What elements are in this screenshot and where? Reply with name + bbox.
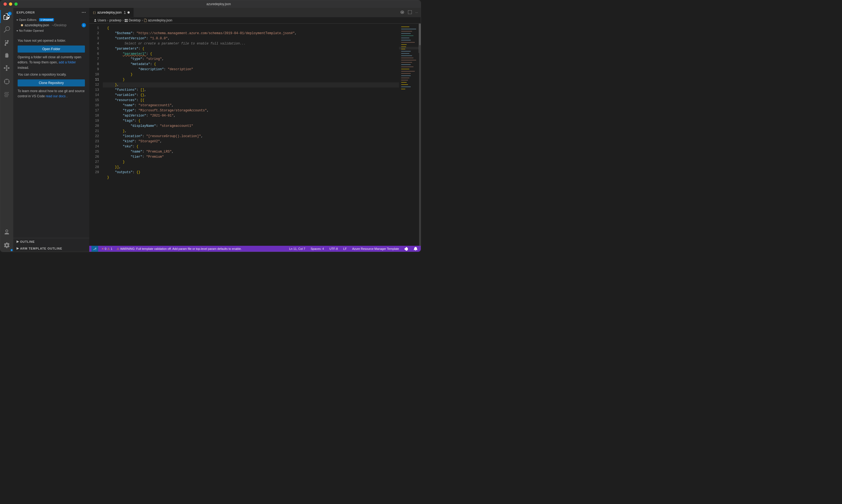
breadcrumb-file[interactable]: azuredeploy.json xyxy=(144,18,172,22)
extensions2-activity-icon[interactable] xyxy=(0,88,13,101)
app-body: 1 xyxy=(0,8,421,252)
close-button[interactable] xyxy=(3,2,7,6)
more-actions-button[interactable]: ··· xyxy=(415,10,418,15)
code-line-27: }], xyxy=(103,165,421,170)
outline-header[interactable]: ▶ Outline xyxy=(13,238,89,245)
arm-template-header[interactable]: ▶ ARM Template Outline xyxy=(13,245,89,252)
tab-modified-indicator xyxy=(127,12,130,14)
breadcrumb-desktop[interactable]: Desktop xyxy=(124,18,140,22)
line-num-5: 5 xyxy=(89,46,100,52)
editor-tab[interactable]: { } azuredeploy.json 1 xyxy=(89,8,134,17)
line-numbers: 1 2 3 4 5 6 7 8 9 10 11 12 13 14 15 16 1 xyxy=(89,23,103,246)
clone-repository-button[interactable]: Clone Repository xyxy=(18,79,85,87)
code-line-14: "resources": [{ xyxy=(103,98,421,103)
code-line-16: "type": "Microsoft.Storage/storageAccoun… xyxy=(103,108,421,113)
open-editors-chevron: ▾ xyxy=(17,18,18,21)
maximize-button[interactable] xyxy=(14,2,18,6)
breadcrumb: Users › pradeep › Desktop › azuredeploy.… xyxy=(89,17,421,23)
svg-rect-3 xyxy=(401,31,412,32)
status-encoding[interactable]: UTF-8 xyxy=(328,247,339,250)
svg-rect-0 xyxy=(399,23,421,246)
sidebar: Explorer ··· ▾ Open Editors 1 Unsaved az… xyxy=(13,8,89,252)
open-preview-button[interactable] xyxy=(399,10,405,16)
minimize-button[interactable] xyxy=(9,2,12,6)
line-num-7: 7 xyxy=(89,57,100,62)
line-num-6: 6 xyxy=(89,52,100,57)
add-folder-link[interactable]: add a folder xyxy=(58,60,76,64)
line-num-14: 14 xyxy=(89,93,100,98)
breadcrumb-users[interactable]: Users xyxy=(93,18,106,22)
window-title: azuredeploy.json xyxy=(20,2,417,6)
status-eol[interactable]: LF xyxy=(342,247,348,250)
status-cursor[interactable]: Ln 11, Col 7 xyxy=(288,247,306,250)
split-editor-button[interactable] xyxy=(407,10,413,16)
open-folder-button[interactable]: Open Folder xyxy=(18,46,85,53)
code-editor[interactable]: 1 2 3 4 5 6 7 8 9 10 11 12 13 14 15 16 1 xyxy=(89,23,421,246)
line-num-2: 2 xyxy=(89,31,100,36)
status-spaces[interactable]: Spaces: 4 xyxy=(310,247,325,250)
no-folder-content: You have not yet opened a folder. Open F… xyxy=(13,33,89,104)
tab-bar: { } azuredeploy.json 1 ··· xyxy=(89,8,421,17)
line-num-15: 15 xyxy=(89,98,100,103)
search-activity-icon[interactable] xyxy=(0,23,13,36)
line-num-8: 8 xyxy=(89,62,100,67)
status-left: ⎇ ✕ 0 ⚠ 1 ⚠ WARNING: Full template valid… xyxy=(91,246,243,252)
code-line-22: "kind": "StorageV2", xyxy=(103,139,421,144)
code-content[interactable]: { "$schema": "https://schema.management.… xyxy=(103,23,421,246)
read-docs-link[interactable]: read our docs xyxy=(46,94,65,98)
source-control-activity-icon[interactable] xyxy=(0,36,13,49)
open-file-item[interactable]: azuredeploy.json ~/Desktop 1 xyxy=(13,22,89,28)
line-num-21: 21 xyxy=(89,129,100,134)
unsaved-badge: 1 Unsaved xyxy=(39,18,54,21)
status-remote-icon[interactable] xyxy=(403,247,409,251)
svg-rect-17 xyxy=(401,62,412,62)
settings-activity-icon[interactable]: ! xyxy=(0,239,13,252)
code-line-26: } xyxy=(103,160,421,165)
breadcrumb-pradeep[interactable]: pradeep xyxy=(109,18,121,22)
code-line-11: }, xyxy=(103,83,421,88)
svg-rect-23 xyxy=(401,75,411,76)
svg-rect-22 xyxy=(401,73,411,74)
outline-chevron: ▶ xyxy=(17,240,19,243)
status-warning-msg[interactable]: ⚠ WARNING: Full template validation off.… xyxy=(116,247,243,251)
remote-activity-icon[interactable] xyxy=(0,75,13,88)
account-activity-icon[interactable] xyxy=(0,226,13,239)
no-folder-chevron: ▾ xyxy=(17,29,18,32)
editor-area: { } azuredeploy.json 1 ··· xyxy=(89,8,421,252)
svg-rect-18 xyxy=(401,64,411,65)
file-badge: 1 xyxy=(82,23,86,28)
code-line-15: "name": "storageaccount1", xyxy=(103,103,421,108)
status-language[interactable]: Azure Resource Manager Template xyxy=(351,247,400,250)
minimap-scrollbar-thumb xyxy=(419,23,421,45)
status-bell[interactable] xyxy=(413,247,418,251)
explorer-activity-icon[interactable]: 1 xyxy=(0,10,13,23)
line-num-28: 28 xyxy=(89,165,100,170)
line-num-12: 12 xyxy=(89,83,100,88)
sidebar-more-button[interactable]: ··· xyxy=(82,10,86,15)
line-num-16: 16 xyxy=(89,103,100,108)
breadcrumb-sep1: › xyxy=(107,18,108,22)
status-branch[interactable]: ⎇ xyxy=(91,246,98,252)
svg-rect-6 xyxy=(401,38,409,38)
breadcrumb-sep2: › xyxy=(122,18,123,22)
no-folder-section[interactable]: ▾ No Folder Opened xyxy=(13,28,89,33)
svg-rect-21 xyxy=(401,71,415,72)
open-editors-section[interactable]: ▾ Open Editors 1 Unsaved xyxy=(13,17,89,22)
svg-rect-15 xyxy=(401,58,413,58)
status-right: Ln 11, Col 7 Spaces: 4 UTF-8 LF Azure Re… xyxy=(288,247,418,251)
code-line-hint: Select or create a parameter file to ena… xyxy=(103,41,421,46)
run-activity-icon[interactable] xyxy=(0,49,13,62)
line-num-4: 4 xyxy=(89,41,100,46)
line-num-11: 11 xyxy=(89,77,100,83)
line-num-18: 18 xyxy=(89,113,100,119)
svg-rect-25 xyxy=(401,80,408,80)
code-line-25: "tier": "Premium" xyxy=(103,155,421,160)
code-line-28: "outputs": {} xyxy=(103,170,421,175)
svg-rect-24 xyxy=(401,78,409,78)
svg-rect-1 xyxy=(401,26,409,27)
line-num-22: 22 xyxy=(89,134,100,139)
extensions-activity-icon[interactable] xyxy=(0,62,13,75)
no-folder-text1: You have not yet opened a folder. xyxy=(18,38,85,43)
status-errors[interactable]: ✕ 0 ⚠ 1 xyxy=(100,247,114,251)
activity-bar: 1 xyxy=(0,8,13,252)
